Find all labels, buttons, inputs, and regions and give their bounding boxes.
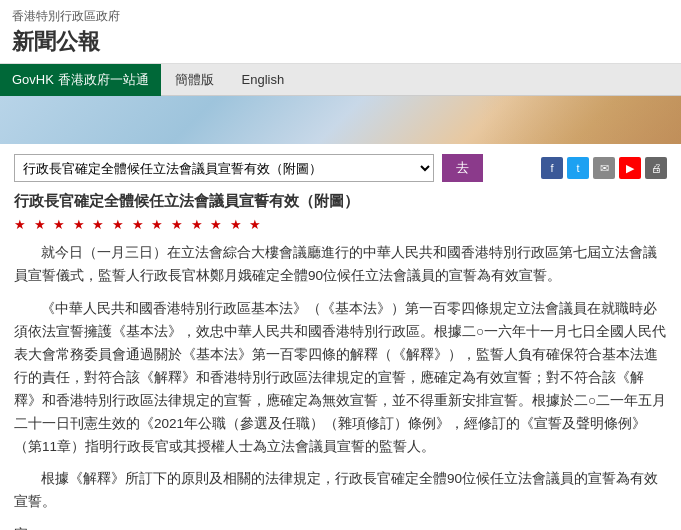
email-icon[interactable]: ✉ bbox=[593, 157, 615, 179]
nav-bar: GovHK 香港政府一站通 簡體版 English bbox=[0, 64, 681, 96]
article-para1: 就今日（一月三日）在立法會綜合大樓會議廳進行的中華人民共和國香港特別行政區第七屆… bbox=[14, 242, 667, 288]
org-name: 香港特別行政區政府 bbox=[12, 8, 669, 25]
article-para2: 《中華人民共和國香港特別行政區基本法》（《基本法》）第一百零四條規定立法會議員在… bbox=[14, 298, 667, 459]
article-title: 行政長官確定全體候任立法會議員宣誓有效（附圖） bbox=[14, 192, 667, 211]
govhk-link[interactable]: GovHK 香港政府一站通 bbox=[0, 64, 161, 96]
social-icons-group: f t ✉ ▶ 🖨 bbox=[541, 157, 667, 179]
twitter-icon[interactable]: t bbox=[567, 157, 589, 179]
article-end: 完 bbox=[14, 524, 667, 530]
news-select[interactable]: 行政長官確定全體候任立法會議員宣誓有效（附圖） bbox=[14, 154, 434, 182]
print-icon[interactable]: 🖨 bbox=[645, 157, 667, 179]
page-header: 香港特別行政區政府 新聞公報 bbox=[0, 0, 681, 64]
youtube-icon[interactable]: ▶ bbox=[619, 157, 641, 179]
banner-image bbox=[0, 96, 681, 144]
star-divider: ★ ★ ★ ★ ★ ★ ★ ★ ★ ★ ★ ★ ★ bbox=[14, 217, 667, 232]
article-body: 就今日（一月三日）在立法會綜合大樓會議廳進行的中華人民共和國香港特別行政區第七屆… bbox=[14, 242, 667, 530]
page-title: 新聞公報 bbox=[12, 27, 669, 57]
simplified-link[interactable]: 簡體版 bbox=[161, 64, 228, 96]
english-link[interactable]: English bbox=[228, 64, 299, 96]
article-para3: 根據《解釋》所訂下的原則及相關的法律規定，行政長官確定全體90位候任立法會議員的… bbox=[14, 468, 667, 514]
main-content: 行政長官確定全體候任立法會議員宣誓有效（附圖） 去 f t ✉ ▶ 🖨 行政長官… bbox=[0, 144, 681, 530]
go-button[interactable]: 去 bbox=[442, 154, 483, 182]
facebook-icon[interactable]: f bbox=[541, 157, 563, 179]
toolbar-row: 行政長官確定全體候任立法會議員宣誓有效（附圖） 去 f t ✉ ▶ 🖨 bbox=[14, 154, 667, 182]
